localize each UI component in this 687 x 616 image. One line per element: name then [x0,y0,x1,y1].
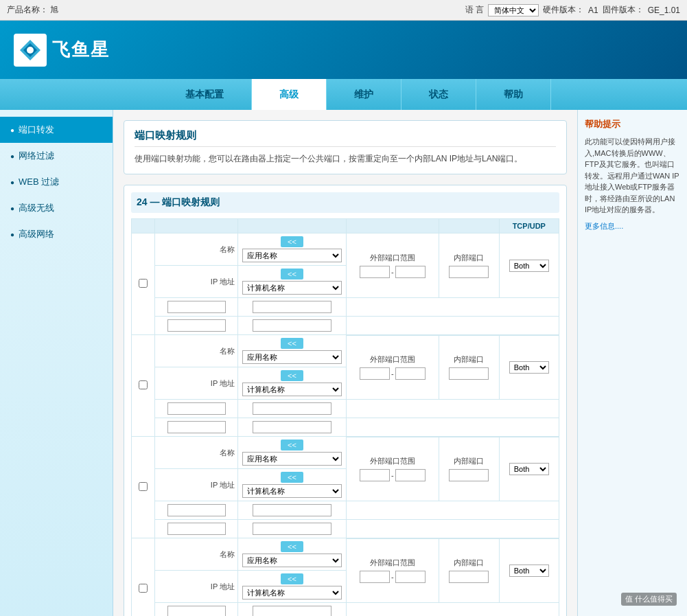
name-input-2[interactable] [167,504,226,516]
port-table-box: 24 — 端口映射规则 TCP/UDP 名称 << [124,185,567,616]
table-row-ip-input [132,520,559,538]
table-row-inputs [132,298,559,317]
sidebar-item-web-filter[interactable]: ● WEB 过滤 [0,169,113,195]
app-select-0[interactable]: 应用名称 [242,249,342,262]
ip-label-2: IP 地址 [155,469,238,501]
app-input-cell-2 [238,501,347,520]
port-table-title: 24 — 端口映射规则 [131,192,559,213]
top-bar: 产品名称： 旭 语 言 简体中文 硬件版本： A1 固件版本： GE_1.01 [0,0,687,21]
name-label-3: 名称 [155,538,238,571]
info-box-text: 使用端口映射功能，您可以在路由器上指定一个公共端口，按需重定向至一个内部LAN … [135,152,556,166]
name-input-3[interactable] [167,606,226,616]
nav-item-status[interactable]: 状态 [401,79,476,110]
comp-btn-1[interactable]: << [281,370,303,381]
ext-end-3[interactable] [395,571,426,583]
comp-btn-3[interactable]: << [281,573,303,584]
name-input-cell-1 [155,400,238,418]
table-row-inputs [132,400,559,418]
ext-end-1[interactable] [395,367,426,380]
sidebar: ● 端口转发 ● 网络过滤 ● WEB 过滤 ● 高级无线 ● 高级网络 [0,110,113,616]
comp-btn-0[interactable]: << [281,269,303,280]
right-sidebar: 帮助提示 此功能可以使因特网用户接入,MAC转换后的WWW、FTP及其它服务。也… [577,110,687,616]
sidebar-item-web-label: WEB 过滤 [19,176,59,188]
app-btn-0[interactable]: << [281,236,303,247]
app-input-1[interactable] [253,402,331,415]
ip-input-cell-1 [155,418,238,437]
col-name [155,219,238,233]
comp-input-1[interactable] [253,421,331,433]
table-row: 名称 << 应用名称 外部端口范围 - 内部端口 Both TCP UDP [132,335,559,367]
comp-input-cell-0 [238,317,347,335]
int-label-1: 内部端口 [439,335,499,400]
app-input-2[interactable] [253,504,331,516]
tcp-cell-2: Both TCP UDP [499,437,559,501]
row-checkbox-3[interactable] [139,584,148,593]
ext-end-0[interactable] [395,266,426,278]
lang-select[interactable]: 简体中文 [488,4,539,16]
ip-input-2[interactable] [167,523,226,535]
nav-item-maintenance[interactable]: 维护 [327,79,401,110]
name-input-cell-3 [155,603,238,616]
name-label-1: 名称 [155,335,238,367]
app-btn-2[interactable]: << [281,440,303,450]
ip-label-0: IP 地址 [155,266,238,298]
tcp-select-1[interactable]: Both TCP UDP [509,361,549,374]
nav-item-basic[interactable]: 基本配置 [158,79,252,110]
content: 端口映射规则 使用端口映射功能，您可以在路由器上指定一个公共端口，按需重定向至一… [113,110,577,616]
int-input-2[interactable] [449,469,489,481]
comp-input-0[interactable] [253,319,331,332]
app-input-0[interactable] [253,301,331,313]
ip-label-3: IP 地址 [155,571,238,603]
comp-input-cell-1 [238,418,347,437]
help-title: 帮助提示 [585,118,680,130]
app-btn-3[interactable]: << [281,541,303,552]
row-checkbox-0[interactable] [139,279,148,288]
ip-input-0[interactable] [167,319,226,332]
ext-end-2[interactable] [395,469,426,481]
ext-start-0[interactable] [360,266,390,278]
hw-label: 硬件版本： [543,4,584,16]
ext-label-1: 外部端口范围 - [346,335,439,400]
app-input-3[interactable] [253,606,331,616]
nav-item-advanced[interactable]: 高级 [252,79,327,110]
tcp-select-0[interactable]: Both TCP UDP [509,260,549,272]
app-input-cell-1 [238,400,347,418]
bullet-icon: ● [10,205,14,212]
sidebar-item-advanced-network[interactable]: ● 高级网络 [0,221,113,247]
app-select-2[interactable]: 应用名称 [242,452,342,466]
name-input-1[interactable] [167,402,226,415]
tcp-select-3[interactable]: Both TCP UDP [509,564,549,577]
sidebar-item-advanced-wireless[interactable]: ● 高级无线 [0,195,113,221]
more-info-link[interactable]: 更多信息.... [585,221,623,231]
comp-select-0[interactable]: 计算机名称 [242,281,342,295]
int-label-0: 内部端口 [439,233,499,298]
row-checkbox-1[interactable] [139,380,148,389]
comp-btn-2[interactable]: << [281,472,303,483]
app-select-1[interactable]: 应用名称 [242,350,342,364]
nav-item-help[interactable]: 帮助 [476,79,551,110]
ext-start-2[interactable] [360,469,390,481]
app-select-3[interactable]: 应用名称 [242,554,342,567]
name-input-0[interactable] [167,301,226,313]
app-btn-1[interactable]: << [281,338,303,349]
row-checkbox-2[interactable] [139,482,148,491]
table-row-inputs [132,501,559,520]
table-row: 名称 << 应用名称 外部端口范围 - 内部端口 Both TCP UDP [132,437,559,469]
comp-select-3[interactable]: 计算机名称 [242,586,342,600]
tcp-select-2[interactable]: Both TCP UDP [509,463,549,475]
int-input-0[interactable] [449,266,489,278]
sidebar-item-net-filter[interactable]: ● 网络过滤 [0,143,113,169]
ip-input-cell-2 [155,520,238,538]
sidebar-item-wireless-label: 高级无线 [19,202,54,214]
ip-input-1[interactable] [167,421,226,433]
ext-start-1[interactable] [360,367,390,380]
bullet-icon: ● [10,179,14,186]
comp-select-2[interactable]: 计算机名称 [242,484,342,498]
int-input-3[interactable] [449,571,489,583]
comp-select-1[interactable]: 计算机名称 [242,383,342,396]
ext-start-3[interactable] [360,571,390,583]
range-dash-2: - [391,471,394,479]
comp-input-2[interactable] [253,523,331,535]
sidebar-item-port-forward[interactable]: ● 端口转发 [0,117,113,143]
int-input-1[interactable] [449,367,489,380]
